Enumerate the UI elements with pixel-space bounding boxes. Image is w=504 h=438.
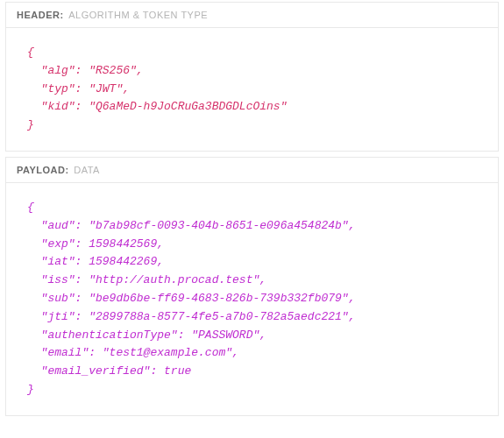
jwt-header-json[interactable]: { "alg": "RS256", "typ": "JWT", "kid": "…: [6, 28, 498, 151]
jwt-payload-panel: PAYLOAD: DATA { "aud": "b7ab98cf-0093-40…: [5, 157, 499, 416]
jwt-payload-title-suffix: DATA: [74, 165, 100, 175]
jwt-header-title: HEADER: ALGORITHM & TOKEN TYPE: [6, 3, 498, 28]
jwt-payload-title: PAYLOAD: DATA: [6, 158, 498, 183]
jwt-payload-title-prefix: PAYLOAD:: [17, 165, 69, 175]
jwt-payload-json[interactable]: { "aud": "b7ab98cf-0093-404b-8651-e096a4…: [6, 183, 498, 415]
jwt-header-title-suffix: ALGORITHM & TOKEN TYPE: [68, 10, 208, 20]
jwt-header-title-prefix: HEADER:: [17, 10, 64, 20]
jwt-header-panel: HEADER: ALGORITHM & TOKEN TYPE { "alg": …: [5, 2, 499, 152]
